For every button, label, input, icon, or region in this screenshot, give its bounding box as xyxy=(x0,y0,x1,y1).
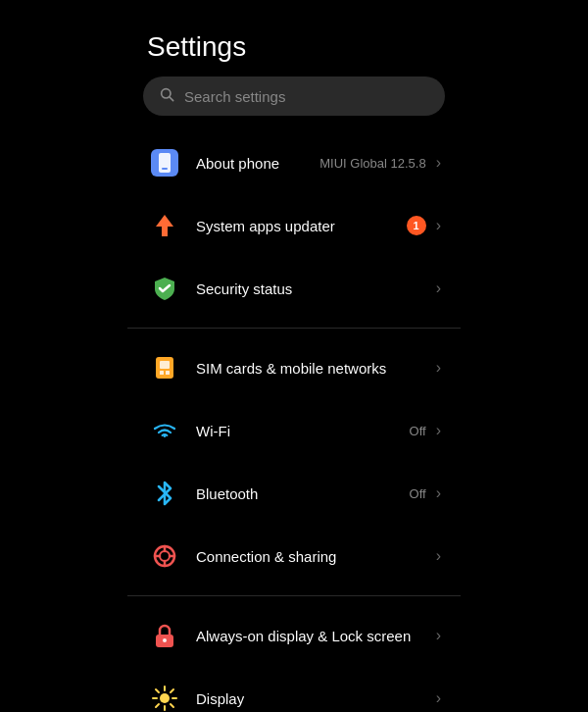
chevron-icon: › xyxy=(436,547,441,565)
wifi-status: Off xyxy=(410,424,426,438)
phone-icon xyxy=(147,145,182,180)
system-apps-right: 1 › xyxy=(407,216,441,235)
about-phone-content: About phone MIUI Global 12.5.8 › xyxy=(196,154,441,172)
lock-screen-label: Always-on display & Lock screen xyxy=(196,628,411,644)
display-label: Display xyxy=(196,690,244,707)
about-phone-right: MIUI Global 12.5.8 › xyxy=(319,154,441,172)
settings-item-sim[interactable]: SIM cards & mobile networks › xyxy=(127,336,461,399)
svg-line-26 xyxy=(156,704,159,707)
settings-item-system-apps[interactable]: System apps updater 1 › xyxy=(127,194,461,257)
wifi-icon xyxy=(147,413,182,448)
search-bar[interactable]: Search settings xyxy=(143,76,445,116)
divider-1 xyxy=(127,328,461,329)
shield-icon xyxy=(147,271,182,306)
search-icon xyxy=(159,86,174,106)
bluetooth-right: Off › xyxy=(410,484,441,502)
settings-item-wifi[interactable]: Wi-Fi Off › xyxy=(127,399,461,462)
chevron-icon: › xyxy=(436,280,441,297)
svg-line-24 xyxy=(171,704,173,707)
settings-item-connection[interactable]: Connection & sharing › xyxy=(127,525,461,587)
about-phone-label: About phone xyxy=(196,155,279,172)
svg-line-1 xyxy=(170,97,173,101)
svg-line-23 xyxy=(156,689,159,692)
wifi-right: Off › xyxy=(410,422,441,439)
chevron-icon: › xyxy=(436,154,441,172)
chevron-icon: › xyxy=(436,422,441,439)
settings-item-bluetooth[interactable]: Bluetooth Off › xyxy=(127,462,461,525)
lock-screen-right: › xyxy=(432,627,441,644)
chevron-icon: › xyxy=(436,484,441,502)
section-connectivity: SIM cards & mobile networks › Wi-Fi Off xyxy=(127,336,461,587)
system-apps-label: System apps updater xyxy=(196,218,335,234)
connection-label: Connection & sharing xyxy=(196,548,336,565)
arrow-up-icon xyxy=(147,208,182,243)
sim-icon xyxy=(147,350,182,385)
connection-right: › xyxy=(432,547,441,565)
svg-rect-4 xyxy=(162,168,168,170)
svg-point-17 xyxy=(163,638,167,642)
svg-point-18 xyxy=(160,693,170,703)
settings-item-about-phone[interactable]: About phone MIUI Global 12.5.8 › xyxy=(127,131,461,194)
chevron-icon: › xyxy=(436,359,441,377)
lock-icon xyxy=(147,618,182,653)
chevron-icon: › xyxy=(436,627,441,644)
section-display-sound: Always-on display & Lock screen › xyxy=(127,604,461,712)
svg-rect-9 xyxy=(166,371,170,375)
svg-rect-8 xyxy=(160,371,164,375)
connection-content: Connection & sharing › xyxy=(196,547,441,565)
bluetooth-content: Bluetooth Off › xyxy=(196,484,441,502)
page-title: Settings xyxy=(127,0,461,76)
bluetooth-label: Bluetooth xyxy=(196,485,258,502)
lock-screen-content: Always-on display & Lock screen › xyxy=(196,627,441,644)
settings-item-lock-screen[interactable]: Always-on display & Lock screen › xyxy=(127,604,461,667)
about-phone-subtitle: MIUI Global 12.5.8 xyxy=(319,156,425,171)
settings-item-display[interactable]: Display › xyxy=(127,667,461,712)
security-content: Security status › xyxy=(196,280,441,297)
chevron-icon: › xyxy=(436,689,441,707)
section-device: About phone MIUI Global 12.5.8 › System … xyxy=(127,131,461,320)
bluetooth-icon xyxy=(147,476,182,511)
svg-line-25 xyxy=(171,689,173,692)
sim-label: SIM cards & mobile networks xyxy=(196,360,386,377)
wifi-label: Wi-Fi xyxy=(196,423,230,439)
display-icon xyxy=(147,681,182,712)
chevron-icon: › xyxy=(436,217,441,234)
sim-right: › xyxy=(432,359,441,377)
svg-marker-5 xyxy=(156,215,173,236)
bluetooth-status: Off xyxy=(410,486,426,501)
wifi-content: Wi-Fi Off › xyxy=(196,422,441,439)
settings-item-security[interactable]: Security status › xyxy=(127,257,461,320)
connection-icon xyxy=(147,538,182,574)
search-placeholder: Search settings xyxy=(184,88,285,105)
svg-rect-7 xyxy=(160,361,170,369)
system-apps-content: System apps updater 1 › xyxy=(196,216,441,235)
system-apps-badge: 1 xyxy=(407,216,426,235)
security-label: Security status xyxy=(196,280,292,297)
svg-point-11 xyxy=(160,551,170,561)
sim-content: SIM cards & mobile networks › xyxy=(196,359,441,377)
divider-2 xyxy=(127,595,461,596)
display-content: Display › xyxy=(196,689,441,707)
security-right: › xyxy=(432,280,441,297)
display-right: › xyxy=(432,689,441,707)
